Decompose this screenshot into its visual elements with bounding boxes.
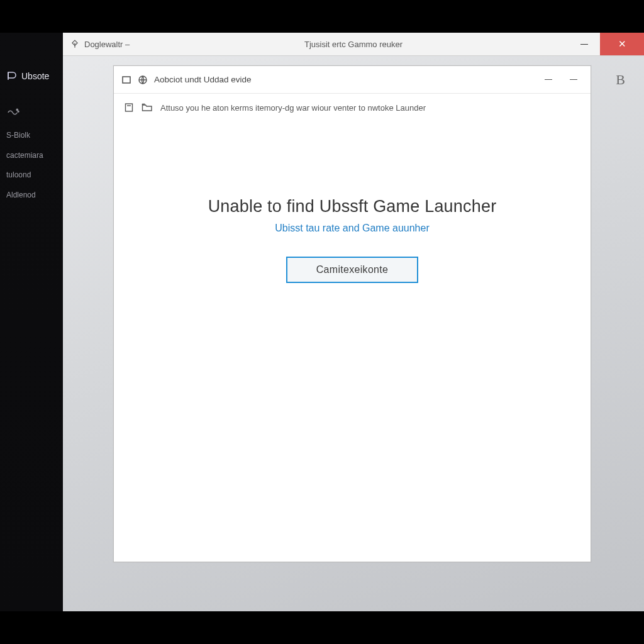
brand-logo-icon: [6, 70, 18, 82]
globe-icon: [138, 75, 148, 85]
app-label: Doglewaltr –: [84, 40, 130, 49]
svg-point-1: [18, 111, 19, 112]
folder-icon: [142, 103, 153, 113]
stage: Ubsote S-Biolk cactemiara tuloond Aldlen…: [0, 33, 644, 611]
desktop: Doglewaltr – Tjusisit ertc Gammo reuker …: [63, 33, 644, 611]
sidebar-item-1[interactable]: cactemiara: [6, 151, 57, 161]
svg-point-0: [16, 109, 18, 110]
square-icon: [121, 75, 131, 85]
dialog: Aobciot undt Uddad evide: [113, 65, 591, 562]
window-title: Tjusisit ertc Gammo reuker: [63, 40, 644, 49]
brand-label: Ubsote: [21, 71, 49, 81]
sidebar-item-2[interactable]: tuloond: [6, 170, 57, 180]
error-block: Unable to find Ubssft Game Launcher Ubis…: [114, 197, 591, 283]
window-titlebar: Doglewaltr – Tjusisit ertc Gammo reuker …: [63, 33, 644, 56]
sidebar-glyph-icon: [6, 107, 57, 118]
close-button[interactable]: ✕: [600, 33, 644, 55]
sidebar-item-3[interactable]: Aldlenod: [6, 191, 57, 201]
sidebar: Ubsote S-Biolk cactemiara tuloond Aldlen…: [0, 33, 63, 611]
error-link[interactable]: Ubisst tau rate and Game auunher: [114, 223, 591, 234]
app-icon: [70, 40, 79, 48]
dialog-min1-button[interactable]: [539, 71, 558, 89]
error-title: Unable to find Ubssft Game Launcher: [114, 197, 591, 216]
minimize-button[interactable]: [569, 33, 600, 55]
window-buttons: ✕: [569, 33, 644, 55]
dialog-header-text: Aobciot undt Uddad evide: [154, 75, 252, 84]
dialog-sub-text: Attuso you he aton kerms itemory-dg war …: [160, 103, 426, 113]
page-icon: [124, 103, 134, 113]
dialog-min2-button[interactable]: [564, 71, 583, 89]
svg-rect-2: [123, 77, 130, 83]
dialog-body: Unable to find Ubssft Game Launcher Ubis…: [114, 121, 591, 562]
svg-rect-4: [126, 104, 133, 111]
brand[interactable]: Ubsote: [6, 70, 57, 82]
primary-button[interactable]: Camitexeikonte: [286, 257, 418, 283]
dialog-header: Aobciot undt Uddad evide: [114, 66, 591, 94]
corner-letter: B: [616, 72, 625, 88]
sidebar-item-0[interactable]: S-Biolk: [6, 131, 57, 141]
dialog-subheader: Attuso you he aton kerms itemory-dg war …: [114, 94, 591, 121]
